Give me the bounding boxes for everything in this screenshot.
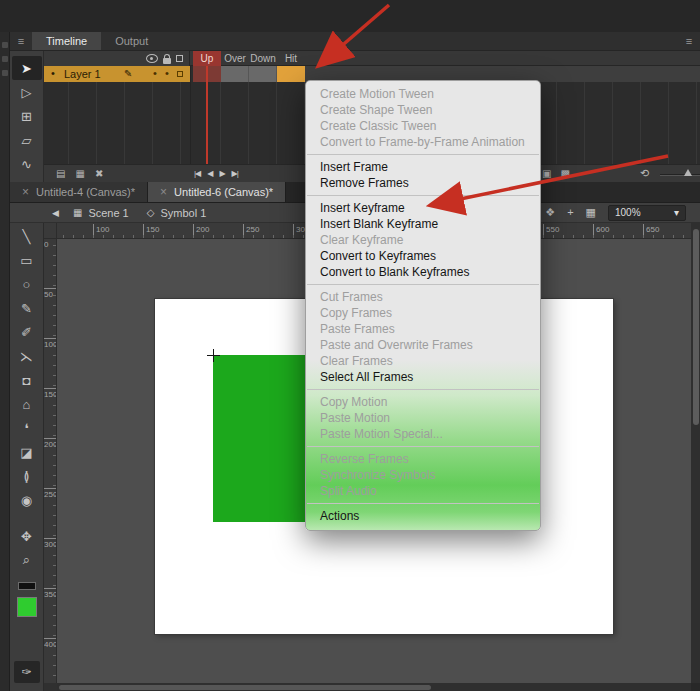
new-folder-icon[interactable]: ▦ <box>75 168 84 179</box>
delete-layer-icon[interactable]: ✖ <box>95 168 103 179</box>
tool-icon: ○ <box>23 277 31 292</box>
next-frame-button[interactable]: ▶| <box>232 169 238 178</box>
paint-bucket-tool[interactable]: ◘ <box>12 368 42 392</box>
menu-separator <box>307 389 539 390</box>
menu-item-paste-motion-special: Paste Motion Special... <box>306 426 540 442</box>
tab-timeline[interactable]: Timeline <box>32 32 101 50</box>
outline-toggle-icon[interactable] <box>176 55 183 62</box>
vertical-ruler[interactable]: 050100150200250300350400 <box>44 239 57 683</box>
ruler-number: 100 <box>44 338 56 349</box>
zoom-level-select[interactable]: 100% ▾ <box>608 205 686 221</box>
layer-name[interactable]: Layer 1 <box>64 68 101 80</box>
brush-tool[interactable]: ✐ <box>12 320 42 344</box>
menu-item-synchronize-symbols: Synchronize Symbols <box>306 467 540 483</box>
vertical-scrollbar[interactable] <box>691 223 700 683</box>
bone-tool[interactable]: ⋋ <box>12 344 42 368</box>
free-transform-tool[interactable]: ⊞ <box>12 104 42 128</box>
scrollbar-thumb[interactable] <box>693 229 699 425</box>
back-arrow-icon[interactable]: ◀ <box>52 208 59 218</box>
menu-item-convert-to-keyframes[interactable]: Convert to Keyframes <box>306 248 540 264</box>
menu-item-convert-to-frame-by-frame: Convert to Frame-by-Frame Animation <box>306 134 540 150</box>
visibility-toggle-icon[interactable] <box>146 54 158 63</box>
onion-outline-icon[interactable]: ▩ <box>560 168 569 179</box>
breadcrumb-scene[interactable]: Scene 1 <box>88 207 128 219</box>
doc-tab-untitled-4[interactable]: × Untitled-4 (Canvas)* <box>10 182 148 202</box>
menu-item-create-classic-tween: Create Classic Tween <box>306 118 540 134</box>
prev-frame-button[interactable]: ◀ <box>207 169 212 178</box>
application-window: ≡ TimelineOutput ≡ ➤▷⊞▱∿✒T╲▭○✎✐⋋◘⌂❛◪≬◉✥⌕… <box>0 0 700 691</box>
panel-options-icon[interactable]: ≡ <box>678 32 700 50</box>
menu-item-convert-to-blank-keyframes[interactable]: Convert to Blank Keyframes <box>306 264 540 280</box>
close-tab-icon[interactable]: × <box>160 185 167 199</box>
ink-bottle-tool[interactable]: ⌂ <box>12 392 42 416</box>
hand-tool[interactable]: ✥ <box>12 524 42 548</box>
tab-output[interactable]: Output <box>101 32 162 50</box>
eraser-tool[interactable]: ◪ <box>12 440 42 464</box>
lasso-tool[interactable]: ∿ <box>12 152 42 176</box>
pencil-tool[interactable]: ✎ <box>12 296 42 320</box>
menu-separator <box>307 195 539 196</box>
edit-symbols-icon[interactable]: ❖ <box>545 206 555 219</box>
frame-label[interactable]: Over <box>221 51 249 66</box>
loop-playback-icon[interactable]: ⟲ <box>640 167 649 180</box>
line-tool[interactable]: ╲ <box>12 224 42 248</box>
playhead-line[interactable] <box>206 66 208 164</box>
close-tab-icon[interactable]: × <box>22 185 29 199</box>
menu-item-remove-frames[interactable]: Remove Frames <box>306 175 540 191</box>
width-tool[interactable]: ≬ <box>12 464 42 488</box>
eyedropper-tool[interactable]: ❛ <box>12 416 42 440</box>
selection-tool[interactable]: ➤ <box>12 56 42 80</box>
timeline-zoom-slider[interactable] <box>660 169 700 179</box>
gradient-transform-tool[interactable]: ▱ <box>12 128 42 152</box>
new-layer-icon[interactable]: ▤ <box>56 168 65 179</box>
oval-tool[interactable]: ○ <box>12 272 42 296</box>
collapsed-panel-dock[interactable] <box>0 32 10 691</box>
layer-name-zone[interactable]: • Layer 1 ✎ • • <box>44 66 190 82</box>
doc-tab-untitled-6[interactable]: × Untitled-6 (Canvas)* <box>148 182 286 202</box>
stroke-color-swatch[interactable] <box>18 582 36 590</box>
grid-icon[interactable]: ▦ <box>586 206 596 219</box>
camera-tool[interactable]: ◉ <box>12 488 42 512</box>
onion-skin-icon[interactable]: ▣ <box>542 168 551 179</box>
panel-menu-icon[interactable]: ≡ <box>10 32 32 50</box>
dock-grip-icon <box>2 70 8 76</box>
ruler-number: 200 <box>44 438 56 449</box>
layer-lock-dot[interactable]: • <box>165 67 169 79</box>
drawn-rectangle-shape[interactable] <box>213 355 309 522</box>
frame-cell-hit-selected[interactable] <box>277 66 305 82</box>
menu-item-insert-blank-keyframe[interactable]: Insert Blank Keyframe <box>306 216 540 232</box>
first-frame-button[interactable]: |◀ <box>194 169 200 178</box>
horizontal-scrollbar[interactable] <box>57 683 691 691</box>
menu-item-select-all-frames[interactable]: Select All Frames <box>306 369 540 385</box>
subselection-tool[interactable]: ▷ <box>12 80 42 104</box>
layer-outline-swatch[interactable] <box>177 71 183 77</box>
ruler-number: 100 <box>93 224 109 238</box>
menu-item-reverse-frames: Reverse Frames <box>306 451 540 467</box>
frame-cell-over[interactable] <box>221 66 249 82</box>
frame-label[interactable]: Down <box>249 51 277 66</box>
scrollbar-thumb[interactable] <box>59 685 431 690</box>
slider-thumb[interactable] <box>684 169 692 176</box>
frame-cell-down[interactable] <box>249 66 277 82</box>
menu-item-insert-frame[interactable]: Insert Frame <box>306 159 540 175</box>
tool-options-button[interactable]: ✑ <box>14 661 40 683</box>
zoom-level-value: 100% <box>615 207 641 218</box>
layer-visibility-dot[interactable]: • <box>153 67 157 79</box>
tool-icon: ⌂ <box>23 397 31 412</box>
menu-item-copy-frames: Copy Frames <box>306 305 540 321</box>
panel-tab-bar: ≡ TimelineOutput ≡ <box>10 32 700 51</box>
fill-color-swatch[interactable] <box>17 597 37 617</box>
rectangle-tool[interactable]: ▭ <box>12 248 42 272</box>
play-button[interactable]: ▶ <box>219 169 224 178</box>
frame-label[interactable]: Hit <box>277 51 305 66</box>
breadcrumb-symbol[interactable]: Symbol 1 <box>160 207 206 219</box>
frame-context-menu: Create Motion TweenCreate Shape TweenCre… <box>305 80 541 531</box>
tools-panel: ➤▷⊞▱∿✒T╲▭○✎✐⋋◘⌂❛◪≬◉✥⌕ ✑ <box>10 51 44 691</box>
frame-label[interactable]: Up <box>193 51 221 66</box>
menu-item-actions[interactable]: Actions <box>306 508 540 524</box>
zoom-tool[interactable]: ⌕ <box>12 548 42 572</box>
ruler-number: 550 <box>543 224 559 238</box>
menu-item-insert-keyframe[interactable]: Insert Keyframe <box>306 200 540 216</box>
lock-toggle-icon[interactable] <box>163 58 171 64</box>
center-stage-icon[interactable]: + <box>567 206 573 219</box>
